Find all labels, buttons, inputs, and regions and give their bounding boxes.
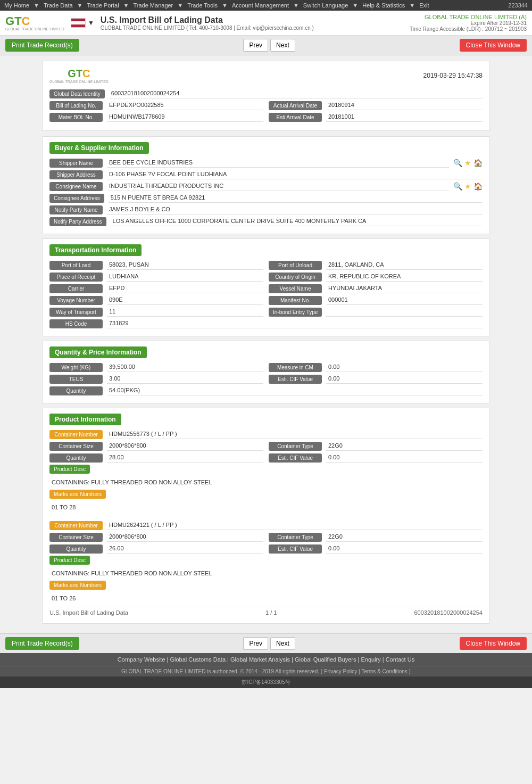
carrier-vessel-row: Carrier EFPD Vessel Name HYUNDAI JAKARTA <box>49 284 483 293</box>
quantity-2-label: Quantity <box>49 544 103 554</box>
footer-links: Company Website | Global Customs Data | … <box>0 653 532 666</box>
us-flag-icon <box>71 18 86 28</box>
footer-link-buyers[interactable]: Global Qualified Buyers <box>295 656 356 663</box>
container-number-1-label: Container Number <box>49 430 103 439</box>
notify-party-name-row: Notify Party Name JAMES J BOYLE & CO <box>49 205 483 214</box>
container-number-2-label: Container Number <box>49 521 103 530</box>
container-size-type-1-row: Container Size 2000*806*800 Container Ty… <box>49 441 483 451</box>
container-size-1-value: 2000*806*800 <box>107 441 263 451</box>
weight-measure-row: Weight (KG) 39,500.00 Measure in CM 0.00 <box>49 362 483 372</box>
footer-link-company[interactable]: Company Website <box>118 656 165 663</box>
footer-link-enquiry[interactable]: Enquiry <box>361 656 380 663</box>
shipper-address-row: Shipper Address D-106 PHASE ?V FOCAL POI… <box>49 170 483 179</box>
teus-value: 3.00 <box>107 374 263 384</box>
prev-button[interactable]: Prev <box>243 39 268 52</box>
record-footer-right: 600320181002000024254 <box>414 609 483 616</box>
nav-trade-manager[interactable]: Trade Manager <box>133 2 173 9</box>
logo-area: GTC GLOBAL TRADE ONLINE LIMITED <box>5 15 64 31</box>
nav-account-mgmt[interactable]: Account Management <box>232 2 289 9</box>
nav-my-home[interactable]: My Home <box>4 2 29 9</box>
product-2: Container Number HDMU2624121 ( / L / PP … <box>49 521 483 603</box>
footer-link-contact[interactable]: Contact Us <box>386 656 414 663</box>
voyage-number-label: Voyage Number <box>49 296 103 305</box>
container-number-2-value: HDMU2624121 ( / L / PP ) <box>107 521 483 530</box>
quantity-price-header: Quantity & Price Information <box>49 346 147 358</box>
nav-help-stats[interactable]: Help & Statistics <box>362 2 405 9</box>
container-size-2-value: 2000*806*800 <box>107 532 263 542</box>
quantity-value: 54.00(PKG) <box>107 386 483 395</box>
quantity-1-label: Quantity <box>49 453 103 463</box>
bottom-close-button[interactable]: Close This Window <box>460 637 527 650</box>
nav-trade-tools[interactable]: Trade Tools <box>187 2 218 9</box>
record-timestamp: 2019-03-29 15:47:38 <box>423 72 483 79</box>
time-range: Time Range Accessible (LDR) : 200712 ~ 2… <box>410 26 527 32</box>
consignee-search-icon[interactable]: 🔍 <box>453 182 462 191</box>
marks-1-btn[interactable]: Marks and Numbers <box>49 490 106 499</box>
esti-arrival-col: Esti Arrival Date 20181001 <box>269 112 483 122</box>
master-bol-label: Mater BOL No. <box>49 113 103 122</box>
teus-label: TEUS <box>49 375 103 384</box>
footer-link-market[interactable]: Global Market Analysis <box>230 656 290 663</box>
bottom-prev-button[interactable]: Prev <box>243 637 268 650</box>
consignee-home-icon[interactable]: 🏠 <box>473 182 483 191</box>
actual-arrival-label: Actual Arrival Date <box>269 101 322 110</box>
bottom-print-button[interactable]: Print Trade Record(s) <box>5 637 79 650</box>
product-divider <box>49 516 483 516</box>
header-right: GLOBAL TRADE ONLINE LIMITED (A) Expire A… <box>410 14 527 32</box>
product-info-header: Product Information <box>49 414 121 425</box>
esti-arrival-label: Esti Arrival Date <box>269 113 322 122</box>
consignee-star-icon[interactable]: ★ <box>464 182 471 191</box>
transportation-section: Transportation Information Port of Load … <box>43 238 489 336</box>
way-of-transport-value: 11 <box>107 307 263 317</box>
bol-no-value: EFPDEXPO0022585 <box>107 101 263 110</box>
voyage-number-value: 090E <box>107 295 263 305</box>
shipper-search-icon[interactable]: 🔍 <box>453 159 462 167</box>
port-load-unload-row: Port of Load 58023, PUSAN Port of Unload… <box>49 260 483 270</box>
buyer-supplier-section: Buyer & Supplier Information Shipper Nam… <box>43 136 489 234</box>
quantity-price-section: Quantity & Price Information Weight (KG)… <box>43 341 489 403</box>
product-desc-1-btn[interactable]: Product Desc <box>49 465 90 474</box>
shipper-star-icon[interactable]: ★ <box>464 159 471 167</box>
nav-trade-portal[interactable]: Trade Portal <box>87 2 119 9</box>
logo-sub: GLOBAL TRADE ONLINE LIMITED <box>5 27 64 31</box>
container-type-2-value: 22G0 <box>326 532 483 542</box>
esti-cif-label: Esti. CIF Value <box>269 375 322 384</box>
print-record-button[interactable]: Print Trade Record(s) <box>5 39 79 52</box>
nav-exit[interactable]: Exit <box>419 2 429 9</box>
logo: GTC GLOBAL TRADE ONLINE LIMITED <box>5 15 64 31</box>
close-button[interactable]: Close This Window <box>460 39 527 52</box>
nav-switch-lang[interactable]: Switch Language <box>303 2 348 9</box>
shipper-name-value: BEE DEE CYCLE INDUSTRIES <box>107 158 449 168</box>
shipper-name-label: Shipper Name <box>49 159 103 168</box>
next-button[interactable]: Next <box>270 39 295 52</box>
notify-party-address-value: LOS ANGELES OFFICE 1000 CORPORATE CENTER… <box>111 217 483 226</box>
carrier-label: Carrier <box>49 284 103 293</box>
voyage-manifest-row: Voyage Number 090E Manifest No. 000001 <box>49 295 483 305</box>
place-country-row: Place of Receipt LUDHIANA Country of Ori… <box>49 272 483 282</box>
hs-code-label: HS Code <box>49 319 103 328</box>
flag-dropdown-icon[interactable]: ▼ <box>88 19 94 27</box>
container-size-1-label: Container Size <box>49 442 103 451</box>
global-data-identity-value: 600320181002000024254 <box>109 89 483 98</box>
container-type-1-label: Container Type <box>269 442 322 451</box>
footer-link-customs[interactable]: Global Customs Data <box>170 656 226 663</box>
marks-2-btn[interactable]: Marks and Numbers <box>49 581 106 590</box>
shipper-icons: 🔍 ★ 🏠 <box>453 159 483 167</box>
container-number-1-value: HDMU2556773 ( / L / PP ) <box>107 430 483 439</box>
shipper-home-icon[interactable]: 🏠 <box>473 159 483 167</box>
in-bond-entry-value <box>326 307 483 317</box>
shipper-address-label: Shipper Address <box>49 170 103 179</box>
product-desc-2-btn[interactable]: Product Desc <box>49 556 90 565</box>
product-desc-2-value: CONTAINING: FULLY THREADED ROD NON ALLOY… <box>49 569 483 577</box>
quantity-2-value: 26.00 <box>107 544 263 554</box>
bol-col: Bill of Lading No. EFPDEXPO0022585 <box>49 101 263 110</box>
nav-trade-data[interactable]: Trade Data <box>44 2 73 9</box>
consignee-name-label: Consignee Name <box>49 182 103 191</box>
icp-info: 苏ICP备14033305号 <box>0 676 532 688</box>
shipper-address-value: D-106 PHASE ?V FOCAL POINT LUDHIANA <box>107 170 483 179</box>
bottom-next-button[interactable]: Next <box>270 637 295 650</box>
flag-area[interactable]: ▼ <box>71 18 94 28</box>
port-of-load-value: 58023, PUSAN <box>107 260 263 270</box>
record-logo-sub: GLOBAL TRADE ONLINE LIMITED <box>49 80 109 84</box>
country-of-origin-value: KR, REPUBLIC OF KOREA <box>326 272 483 282</box>
